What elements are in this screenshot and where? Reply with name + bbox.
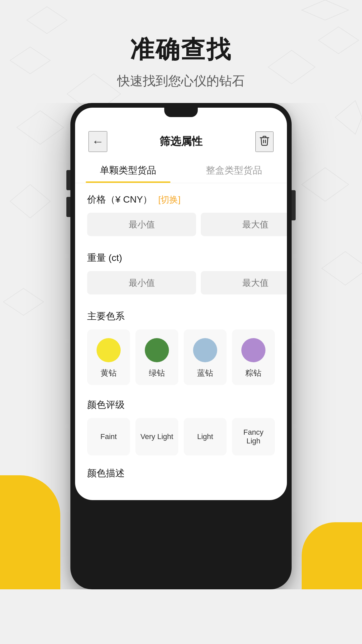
phone-mockup: ← 筛选属性 — [70, 103, 292, 589]
price-max-input[interactable] — [201, 213, 287, 236]
tab-single-item[interactable]: 单颗类型货品 — [75, 157, 181, 183]
purple-label: 粽钻 — [245, 368, 261, 378]
phone-screen: ← 筛选属性 — [75, 108, 287, 500]
weight-input-row: 范围 ▼ — [87, 271, 275, 294]
hero-title: 准确查找 — [0, 34, 362, 66]
weight-label: 重量 (ct) — [87, 252, 275, 264]
color-card-yellow[interactable]: 黄钻 — [87, 329, 130, 385]
rating-section: 颜色评级 Faint Very Light Light Fancy Ligh — [75, 388, 287, 459]
volume-down-button — [66, 197, 70, 217]
weight-section: 重量 (ct) 范围 ▼ — [75, 241, 287, 300]
color-card-purple[interactable]: 粽钻 — [232, 329, 275, 385]
color-grid: 黄钻 绿钻 蓝钻 粽钻 — [87, 329, 275, 385]
price-label: 价格（¥ CNY） [切换] — [87, 193, 275, 206]
weight-max-input[interactable] — [201, 271, 287, 294]
faint-label: Faint — [101, 432, 117, 441]
page-title: 筛选属性 — [160, 134, 202, 149]
nav-bar: ← 筛选属性 — [75, 124, 287, 157]
price-min-input[interactable] — [87, 213, 196, 236]
green-label: 绿钻 — [149, 368, 165, 378]
rating-card-light[interactable]: Light — [184, 418, 227, 455]
hero-subtitle: 快速找到您心仪的钻石 — [0, 72, 362, 90]
volume-up-button — [66, 170, 70, 190]
yellow-accent-right — [302, 522, 362, 589]
back-icon: ← — [92, 135, 104, 148]
rating-grid: Faint Very Light Light Fancy Ligh — [87, 418, 275, 455]
price-section: 价格（¥ CNY） [切换] 范围 ▼ — [75, 183, 287, 241]
color-card-green[interactable]: 绿钻 — [135, 329, 178, 385]
power-button — [292, 190, 296, 220]
tab-box-item[interactable]: 整盒类型货品 — [181, 157, 287, 183]
blue-label: 蓝钻 — [197, 368, 213, 378]
weight-min-input[interactable] — [87, 271, 196, 294]
color-card-blue[interactable]: 蓝钻 — [184, 329, 227, 385]
price-switch-tag[interactable]: [切换] — [158, 195, 180, 205]
yellow-accent-left — [0, 475, 60, 589]
purple-circle — [241, 338, 265, 362]
green-circle — [145, 338, 169, 362]
color-section: 主要色系 黄钻 绿钻 蓝钻 — [75, 300, 287, 388]
yellow-label: 黄钻 — [101, 368, 117, 378]
rating-card-faint[interactable]: Faint — [87, 418, 130, 455]
description-label: 颜色描述 — [87, 467, 275, 480]
color-label: 主要色系 — [87, 310, 275, 323]
description-section: 颜色描述 — [75, 459, 287, 492]
trash-button[interactable] — [255, 131, 274, 152]
rating-label: 颜色评级 — [87, 398, 275, 411]
blue-circle — [193, 338, 217, 362]
price-input-row: 范围 ▼ — [87, 213, 275, 236]
very-light-label: Very Light — [140, 432, 173, 441]
rating-card-fancy-light[interactable]: Fancy Ligh — [232, 418, 275, 455]
tabs-container: 单颗类型货品 整盒类型货品 — [75, 157, 287, 183]
yellow-circle — [97, 338, 121, 362]
rating-card-very-light[interactable]: Very Light — [135, 418, 178, 455]
light-label: Light — [197, 432, 213, 441]
back-button[interactable]: ← — [88, 131, 107, 152]
fancy-light-label: Fancy Ligh — [237, 428, 270, 445]
phone-notch — [164, 108, 198, 117]
